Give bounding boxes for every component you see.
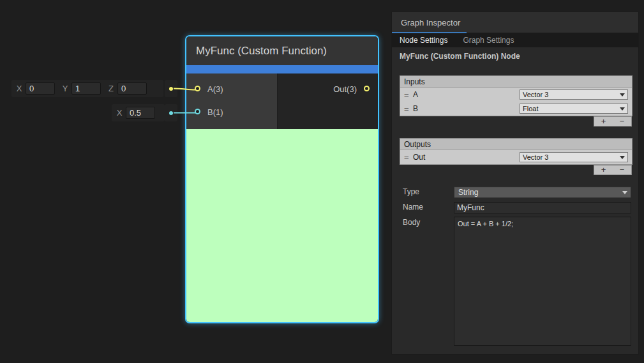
inputs-list-header: Inputs	[400, 76, 632, 88]
body-label: Body	[403, 218, 420, 227]
port-b-icon[interactable]	[195, 109, 200, 114]
inspector-title-underline	[392, 32, 467, 33]
outputs-list-footer: + −	[594, 165, 632, 175]
dropdown-arrow-icon	[620, 156, 625, 159]
node-settings-heading: MyFunc (Custom Function) Node	[400, 52, 520, 61]
inputs-row-a[interactable]: = A Vector 3	[400, 88, 632, 102]
node-preview	[186, 129, 378, 323]
node-port-section: A(3) B(1) Out(3)	[186, 73, 378, 129]
float-x-label: X	[116, 108, 123, 118]
port-a-label: A(3)	[207, 83, 223, 96]
drag-handle-icon[interactable]: =	[404, 90, 413, 100]
input-b-type-value: Float	[523, 105, 538, 112]
name-label: Name	[403, 203, 423, 212]
vector3-y-label: Y	[61, 84, 69, 93]
inspector-tab-bar: Node Settings Graph Settings	[392, 33, 638, 47]
node-title[interactable]: MyFunc (Custom Function)	[186, 36, 378, 65]
graph-inspector-panel: Graph Inspector Node Settings Graph Sett…	[391, 12, 639, 355]
remove-output-button[interactable]: −	[620, 166, 625, 174]
input-a-type-dropdown[interactable]: Vector 3	[520, 89, 628, 100]
add-output-button[interactable]: +	[601, 166, 606, 174]
float-x-field[interactable]: 0.5	[126, 107, 155, 119]
inputs-row-b[interactable]: = B Float	[400, 102, 632, 116]
add-input-button[interactable]: +	[601, 117, 606, 126]
vector3-input-widget: X 0 Y 1 Z 0	[11, 80, 163, 97]
vector3-y-field[interactable]: 1	[71, 82, 101, 95]
output-out-type-dropdown[interactable]: Vector 3	[520, 152, 628, 162]
outputs-list: Outputs = Out Vector 3 + −	[400, 138, 633, 165]
input-b-type-dropdown[interactable]: Float	[520, 104, 628, 114]
drag-handle-icon[interactable]: =	[404, 153, 413, 162]
outputs-list-header: Outputs	[400, 139, 632, 150]
type-label: Type	[403, 187, 419, 196]
inputs-list-footer: + −	[594, 116, 632, 127]
port-a-icon[interactable]	[195, 86, 200, 91]
port-b-label: B(1)	[207, 106, 223, 119]
float-connector-dot-icon	[169, 111, 173, 115]
inspector-title: Graph Inspector	[401, 18, 460, 27]
node-input-port-panel	[186, 73, 278, 129]
input-a-name[interactable]: A	[413, 90, 520, 99]
port-out-label: Out(3)	[333, 83, 357, 96]
output-out-name[interactable]: Out	[413, 153, 520, 162]
port-out-icon[interactable]	[364, 86, 370, 91]
type-dropdown[interactable]: String	[454, 187, 631, 198]
vector3-x-label: X	[15, 84, 23, 93]
dropdown-arrow-icon	[620, 93, 625, 97]
body-field[interactable]: Out = A + B + 1/2;	[454, 217, 631, 346]
outputs-row-out[interactable]: = Out Vector 3	[400, 150, 632, 164]
inputs-list: Inputs = A Vector 3 = B Float + −	[400, 75, 633, 116]
tab-node-settings[interactable]: Node Settings	[392, 33, 455, 47]
node-accent-bar	[186, 65, 378, 73]
vector3-z-label: Z	[107, 84, 115, 93]
inspector-titlebar: Graph Inspector	[392, 12, 638, 33]
float-connector[interactable]	[165, 104, 177, 121]
custom-function-node[interactable]: MyFunc (Custom Function) A(3) B(1) Out(3…	[185, 35, 379, 323]
output-out-type-value: Vector 3	[523, 153, 548, 161]
dropdown-arrow-icon	[620, 107, 625, 111]
input-b-name[interactable]: B	[413, 104, 520, 113]
vector3-x-field[interactable]: 0	[26, 82, 55, 95]
vector3-z-field[interactable]: 0	[117, 82, 147, 95]
type-dropdown-value: String	[458, 188, 478, 197]
remove-input-button[interactable]: −	[620, 117, 625, 126]
dropdown-arrow-icon	[622, 191, 627, 194]
name-field[interactable]	[454, 202, 631, 213]
tab-graph-settings[interactable]: Graph Settings	[455, 33, 521, 47]
drag-handle-icon[interactable]: =	[404, 104, 413, 114]
vector3-connector[interactable]	[165, 80, 177, 97]
float-input-widget: X 0.5	[112, 104, 165, 121]
input-a-type-value: Vector 3	[523, 91, 548, 98]
vector3-connector-dot-icon	[169, 87, 173, 91]
